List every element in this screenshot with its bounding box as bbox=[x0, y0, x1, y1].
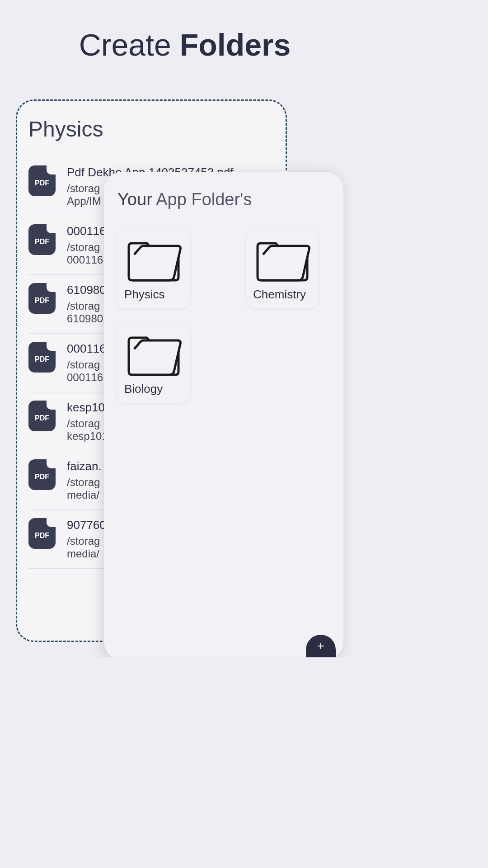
title-bold: Folders bbox=[180, 28, 291, 62]
title-light-part: App Folder's bbox=[152, 190, 252, 209]
pdf-icon: PDF bbox=[28, 518, 56, 549]
page-title: Create Folders bbox=[0, 0, 370, 71]
folder-icon bbox=[124, 234, 183, 284]
folder-card-physics[interactable]: Physics bbox=[117, 227, 190, 308]
folder-name-heading: Physics bbox=[28, 117, 274, 142]
folders-panel: Your App Folder's Physics Chemistry Biol… bbox=[104, 172, 343, 657]
folder-label: Chemistry bbox=[253, 288, 312, 302]
folder-card-biology[interactable]: Biology bbox=[117, 322, 190, 403]
folders-panel-title: Your App Folder's bbox=[117, 190, 330, 209]
folder-card-chemistry[interactable]: Chemistry bbox=[246, 227, 319, 308]
folder-label: Biology bbox=[124, 382, 183, 396]
pdf-icon: PDF bbox=[28, 165, 56, 196]
folder-grid: Physics Chemistry Biology bbox=[117, 227, 330, 403]
folder-icon bbox=[124, 329, 183, 378]
pdf-icon: PDF bbox=[28, 459, 56, 490]
folder-label: Physics bbox=[124, 288, 183, 302]
pdf-icon: PDF bbox=[28, 342, 56, 373]
title-light: Create bbox=[79, 28, 180, 62]
pdf-icon: PDF bbox=[28, 283, 56, 314]
pdf-icon: PDF bbox=[28, 401, 56, 431]
title-bold-part: Your bbox=[117, 190, 152, 209]
plus-icon: + bbox=[317, 639, 324, 653]
folder-icon bbox=[253, 234, 312, 284]
pdf-icon: PDF bbox=[28, 224, 56, 255]
